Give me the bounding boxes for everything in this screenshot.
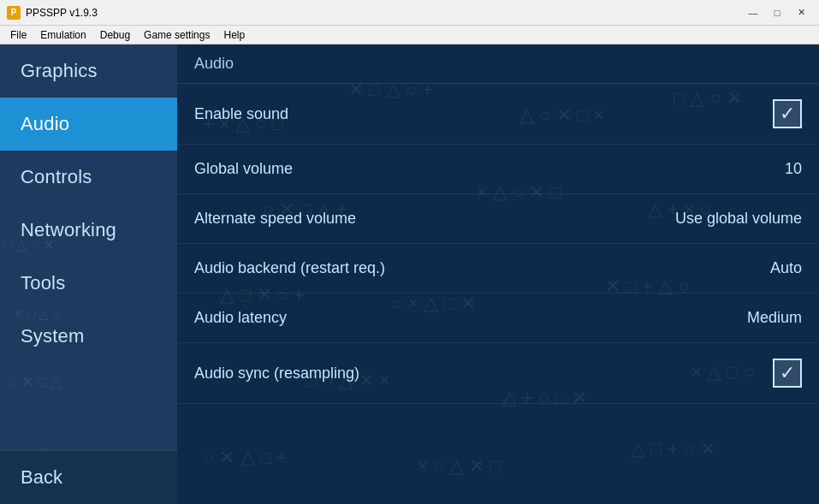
- menu-debug[interactable]: Debug: [93, 26, 137, 44]
- setting-row-alternate-speed-volume[interactable]: Alternate speed volume Use global volume: [177, 194, 819, 244]
- menu-bar: File Emulation Debug Game settings Help: [0, 26, 819, 44]
- title-bar: P PPSSPP v1.9.3 — □ ✕: [0, 0, 819, 26]
- setting-row-global-volume[interactable]: Global volume 10: [177, 145, 819, 194]
- close-button[interactable]: ✕: [790, 4, 812, 21]
- menu-game-settings[interactable]: Game settings: [137, 26, 217, 44]
- setting-value-alternate-speed-volume: Use global volume: [675, 210, 802, 228]
- content-panel: + × △ ○ □ ✕ □ △ ○ + △ ○ ✕ □ × □ △ ○ ✕ ○ …: [177, 44, 819, 504]
- menu-emulation[interactable]: Emulation: [33, 26, 92, 44]
- sidebar-item-audio[interactable]: Audio: [0, 98, 177, 151]
- sidebar-item-system[interactable]: System: [0, 310, 177, 363]
- setting-row-enable-sound[interactable]: Enable sound ✓: [177, 84, 819, 145]
- settings-list: Enable sound ✓ Global volume 10 Alternat…: [177, 84, 819, 404]
- back-button[interactable]: Back: [0, 450, 177, 504]
- menu-file[interactable]: File: [3, 26, 33, 44]
- setting-row-audio-sync[interactable]: Audio sync (resampling) ✓: [177, 343, 819, 404]
- setting-label-audio-sync: Audio sync (resampling): [194, 365, 359, 382]
- title-bar-left: P PPSSPP v1.9.3: [7, 6, 98, 20]
- setting-label-global-volume: Global volume: [194, 160, 293, 178]
- setting-value-global-volume: 10: [785, 160, 802, 178]
- checkbox-audio-sync[interactable]: ✓: [773, 359, 802, 388]
- setting-value-audio-backend: Auto: [770, 259, 802, 277]
- menu-help[interactable]: Help: [217, 26, 252, 44]
- sidebar-item-controls[interactable]: Controls: [0, 151, 177, 204]
- setting-label-alternate-speed-volume: Alternate speed volume: [194, 210, 356, 228]
- minimize-button[interactable]: —: [742, 4, 764, 21]
- app-title: PPSSPP v1.9.3: [26, 7, 98, 19]
- setting-row-audio-latency[interactable]: Audio latency Medium: [177, 294, 819, 343]
- svg-text:△ □ + ○ ✕: △ □ + ○ ✕: [631, 438, 715, 460]
- setting-row-audio-backend[interactable]: Audio backend (restart req.) Auto: [177, 244, 819, 294]
- setting-label-enable-sound: Enable sound: [194, 105, 288, 123]
- main-content: △ ○ ✕ □ + × △ ○ □ △ ○ ✕ ✕ □ △ ○ ○ ✕ □ △ …: [0, 44, 819, 504]
- svg-text:○ ✕ △ □ +: ○ ✕ △ □ +: [203, 447, 288, 468]
- setting-value-audio-latency: Medium: [747, 309, 802, 327]
- window-controls: — □ ✕: [742, 4, 812, 21]
- app-icon: P: [7, 6, 21, 20]
- setting-label-audio-latency: Audio latency: [194, 309, 287, 327]
- sidebar: △ ○ ✕ □ + × △ ○ □ △ ○ ✕ ✕ □ △ ○ ○ ✕ □ △ …: [0, 44, 177, 504]
- setting-label-audio-backend: Audio backend (restart req.): [194, 259, 385, 277]
- svg-text:× ○ △ ✕ □: × ○ △ ✕ □: [417, 455, 501, 477]
- sidebar-item-networking[interactable]: Networking: [0, 204, 177, 257]
- nav-items: Graphics Audio Controls Networking Tools…: [0, 44, 177, 450]
- sidebar-item-graphics[interactable]: Graphics: [0, 44, 177, 98]
- checkbox-enable-sound[interactable]: ✓: [773, 99, 802, 128]
- sidebar-item-tools[interactable]: Tools: [0, 257, 177, 310]
- content-header: Audio: [177, 44, 819, 84]
- maximize-button[interactable]: □: [766, 4, 788, 21]
